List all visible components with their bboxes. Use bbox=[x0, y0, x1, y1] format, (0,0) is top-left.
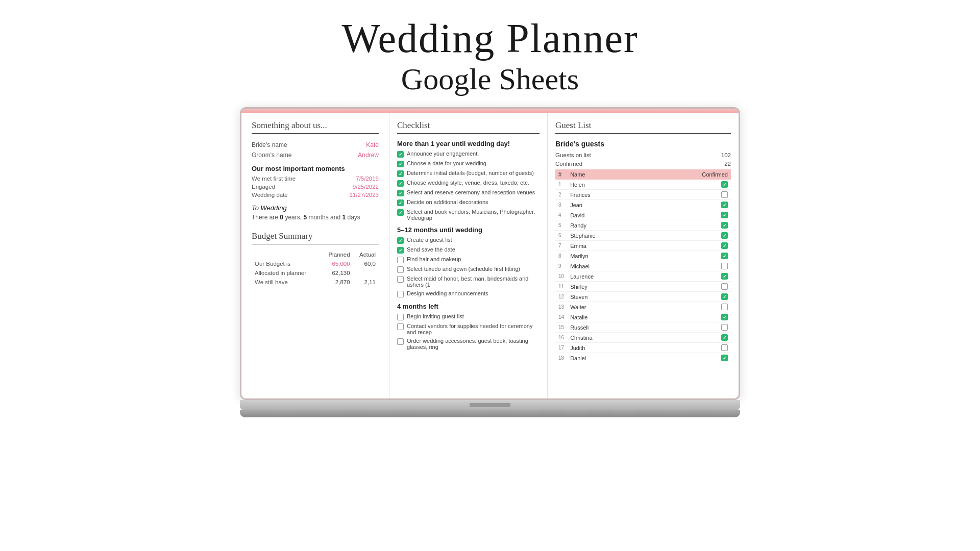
checklist-item-text: Determine initial details (budget, numbe… bbox=[407, 170, 534, 176]
checklist-section-title: More than 1 year until wedding day! bbox=[397, 140, 540, 147]
checklist-item: Send save the date bbox=[397, 246, 540, 254]
wedding-date-label: Wedding date bbox=[252, 192, 288, 198]
engaged-row: Engaged 9/25/2022 bbox=[252, 184, 379, 190]
confirmed-value: 22 bbox=[724, 161, 731, 167]
guest-row: 17Judith bbox=[555, 343, 731, 353]
col-confirm-header: Confirmed bbox=[648, 169, 731, 180]
guest-confirmed-checkbox[interactable] bbox=[721, 212, 728, 218]
guest-unconfirmed-checkbox[interactable] bbox=[721, 304, 728, 310]
confirmed-label: Confirmed bbox=[555, 161, 582, 167]
guest-name: Helen bbox=[567, 180, 648, 190]
checklist-item-text: Select and reserve ceremony and receptio… bbox=[407, 189, 535, 195]
checkbox-unchecked[interactable] bbox=[397, 276, 404, 283]
budget-actual-header: Actual bbox=[353, 251, 378, 259]
checkbox-unchecked[interactable] bbox=[397, 338, 404, 345]
guest-unconfirmed-checkbox[interactable] bbox=[721, 283, 728, 290]
checkbox-checked[interactable] bbox=[397, 199, 404, 206]
guest-unconfirmed-checkbox[interactable] bbox=[721, 324, 728, 331]
guest-row: 16Christina bbox=[555, 333, 731, 343]
guest-name: Laurence bbox=[567, 271, 648, 282]
guest-name: Christina bbox=[567, 333, 648, 343]
budget-row: Allocated in planner62,130 bbox=[253, 269, 378, 277]
guest-list-title: Guest List bbox=[555, 120, 731, 134]
checklist-item-text: Send save the date bbox=[407, 246, 455, 253]
guest-number: 2 bbox=[555, 190, 567, 200]
guests-on-list-row: Guests on list 102 bbox=[555, 152, 731, 158]
guest-confirmed-checkbox[interactable] bbox=[721, 293, 728, 300]
guest-row: 10Laurence bbox=[555, 271, 731, 282]
guest-confirmed-checkbox[interactable] bbox=[721, 334, 728, 341]
right-panel: Guest List Bride's guests Guests on list… bbox=[548, 113, 739, 398]
guest-number: 18 bbox=[555, 353, 567, 363]
checklist-item: Begin inviting guest list bbox=[397, 313, 540, 320]
checkbox-unchecked[interactable] bbox=[397, 323, 404, 330]
guest-table: # Name Confirmed 1Helen2Frances3Jean4Dav… bbox=[555, 169, 731, 363]
checkbox-checked[interactable] bbox=[397, 247, 404, 254]
guest-confirmed-checkbox[interactable] bbox=[721, 355, 728, 361]
guest-confirmed-checkbox[interactable] bbox=[721, 202, 728, 208]
guest-name: Judith bbox=[567, 343, 648, 353]
engaged-value: 9/25/2022 bbox=[353, 184, 379, 190]
guest-name: Marilyn bbox=[567, 251, 648, 261]
left-panel: Something about us... Bride's name Kate … bbox=[241, 113, 389, 398]
guest-confirmed-checkbox[interactable] bbox=[721, 253, 728, 259]
guest-confirmed-checkbox[interactable] bbox=[721, 314, 728, 320]
guest-confirmed-checkbox[interactable] bbox=[721, 242, 728, 249]
guest-confirmed-checkbox[interactable] bbox=[721, 181, 728, 188]
countdown-text: There are 0 years, 5 months and 1 days bbox=[252, 214, 379, 221]
checkbox-unchecked[interactable] bbox=[397, 257, 404, 263]
checkbox-unchecked[interactable] bbox=[397, 291, 404, 297]
guest-number: 10 bbox=[555, 271, 567, 282]
budget-title: Budget Summary bbox=[252, 231, 379, 244]
wedding-date-value: 11/27/2023 bbox=[349, 192, 379, 198]
guest-unconfirmed-checkbox[interactable] bbox=[721, 344, 728, 351]
guest-name: Steven bbox=[567, 292, 648, 302]
checklist-item-text: Select maid of honor, best man, bridesma… bbox=[407, 276, 540, 288]
guest-name: Daniel bbox=[567, 353, 648, 363]
checklist-item-text: Choose wedding style, venue, dress, tuxe… bbox=[407, 180, 529, 186]
checkbox-unchecked[interactable] bbox=[397, 314, 404, 320]
checkbox-unchecked[interactable] bbox=[397, 266, 404, 273]
checklist-item: Determine initial details (budget, numbe… bbox=[397, 170, 540, 177]
checklist-item-text: Order wedding accessories: guest book, t… bbox=[407, 338, 540, 350]
col-name-header: Name bbox=[567, 169, 648, 180]
bride-row: Bride's name Kate bbox=[252, 141, 379, 148]
guest-unconfirmed-checkbox[interactable] bbox=[721, 263, 728, 269]
guest-number: 1 bbox=[555, 180, 567, 190]
guest-name: Frances bbox=[567, 190, 648, 200]
middle-panel: Checklist More than 1 year until wedding… bbox=[389, 113, 548, 398]
checkbox-checked[interactable] bbox=[397, 161, 404, 167]
checklist-item-text: Begin inviting guest list bbox=[407, 313, 464, 319]
col-num-header: # bbox=[555, 169, 567, 180]
guest-confirmed-checkbox[interactable] bbox=[721, 232, 728, 239]
checkbox-checked[interactable] bbox=[397, 237, 404, 244]
guest-confirmed-checkbox[interactable] bbox=[721, 222, 728, 229]
checklist-item: Create a guest list bbox=[397, 237, 540, 244]
checkbox-checked[interactable] bbox=[397, 190, 404, 196]
checklist-item-text: Find hair and makeup bbox=[407, 256, 461, 262]
confirmed-row: Confirmed 22 bbox=[555, 161, 731, 167]
checklist-item-text: Create a guest list bbox=[407, 237, 452, 243]
guest-number: 11 bbox=[555, 282, 567, 292]
laptop-container: Something about us... Bride's name Kate … bbox=[240, 107, 740, 417]
guest-number: 6 bbox=[555, 231, 567, 241]
guest-number: 7 bbox=[555, 241, 567, 251]
guest-row: 1Helen bbox=[555, 180, 731, 190]
met-value: 7/5/2019 bbox=[356, 176, 379, 182]
groom-row: Groom's name Andrew bbox=[252, 152, 379, 159]
page-subtitle: Google Sheets bbox=[341, 62, 638, 97]
guest-confirmed-checkbox[interactable] bbox=[721, 273, 728, 280]
guest-row: 15Russell bbox=[555, 322, 731, 333]
guest-number: 4 bbox=[555, 210, 567, 220]
checkbox-checked[interactable] bbox=[397, 209, 404, 216]
guest-number: 14 bbox=[555, 312, 567, 322]
checkbox-checked[interactable] bbox=[397, 151, 404, 158]
guest-unconfirmed-checkbox[interactable] bbox=[721, 191, 728, 198]
checklist-item: Select and reserve ceremony and receptio… bbox=[397, 189, 540, 196]
checkbox-checked[interactable] bbox=[397, 180, 404, 187]
guest-name: Natalie bbox=[567, 312, 648, 322]
about-section-title: Something about us... bbox=[252, 120, 379, 134]
checkbox-checked[interactable] bbox=[397, 170, 404, 177]
checklist-item: Select tuxedo and gown (schedule first f… bbox=[397, 266, 540, 273]
moments-heading: Our most important moments bbox=[252, 165, 379, 172]
